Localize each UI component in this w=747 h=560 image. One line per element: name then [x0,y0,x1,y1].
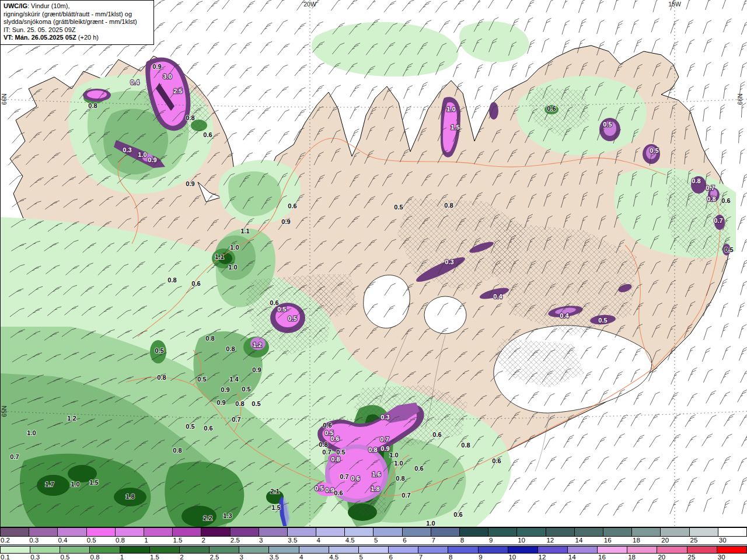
rain-scale-tick-label: 5 [358,554,362,560]
precip-value-label: 1.8 [125,493,134,500]
precip-value-label: 0.8 [157,374,166,381]
rain-scale-swatch [299,547,329,553]
precip-value-label: 0.5 [277,306,286,313]
precip-value-label: 0.6 [721,197,730,204]
rain-scale-swatch [329,547,359,553]
rain-scale-swatch [269,547,299,553]
precip-value-label: 0.8 [368,446,377,453]
forecast-map: 0.80.40.93.02.50.80.60.31.00.90.90.60.91… [0,0,747,527]
precip-value-label: 1.4 [229,376,239,383]
precip-value-label: 0.9 [152,63,161,70]
precip-value-label: 0.6 [203,131,212,138]
precip-value-label: 0.8 [167,276,176,284]
rain-scale-tick-label: 12 [538,554,546,560]
sleet-scale-swatch [403,528,431,536]
precip-value-label: 0.4 [560,312,569,319]
rain-scale-swatch [210,547,239,553]
precip-value-label: 0.6 [191,280,200,287]
graticule-label: 66N [1,93,8,104]
precip-value-label: 0.6 [492,457,501,464]
rain-scale-tick-label: 3.5 [269,554,279,560]
precip-value-label: 0.6 [323,422,331,429]
rain-scale-tick-label: 2.5 [209,554,219,560]
precip-value-label: 1.0 [228,264,237,271]
precip-value-label: 0.6 [414,465,423,472]
precip-value-label: 0.5 [336,449,345,456]
rain-scale-tick-label: 1.5 [149,554,159,560]
graticule-label: 15W [668,1,681,8]
sleet-scale-swatch [546,528,575,536]
precip-value-label: 0.8 [235,400,244,407]
sleet-scale-swatch [58,528,86,536]
precip-value-label: 0.8 [226,345,235,352]
precip-value-label: 0.8 [205,335,214,342]
precip-value-label: 0.8 [88,102,97,109]
rain-scale-swatch [657,547,687,553]
precip-value-label: 0.5 [186,423,194,430]
precip-value-label: 0.7 [340,473,348,480]
glacier-hofsjokull [424,296,466,334]
rain-scale-tick-label: 9 [478,554,482,560]
graticule-label: 65N [1,405,8,416]
sleet-scale-tick-label: 1 [144,537,148,544]
sleet-scale-tick-label: 14 [575,537,583,544]
sleet-scale-swatch [29,528,58,536]
title-box: UWC/IG: Vindur (10m), rigning/skúrir (gr… [0,0,154,45]
precip-value-label: 1.3 [223,512,232,519]
precip-value-label: 0.6 [204,425,212,432]
precip-value-label: 0.8 [186,114,194,121]
rain-scale-tick-label: 6 [389,554,393,560]
sleet-scale-tick-label: 0.2 [0,537,10,544]
precip-value-label: 0.5 [197,376,206,383]
sleet-scale-tick-label: 1.5 [172,537,182,544]
precip-value-label: 0.4 [493,293,502,300]
rain-scale-swatch [60,547,90,553]
rain-scale-swatch [538,547,568,553]
precip-value-label: 0.7 [10,453,19,460]
sleet-scale-swatch [632,528,661,536]
rain-scale-tick-label: 14 [568,554,576,560]
precip-value-label: 1.5 [451,124,459,131]
rain-scale-tick-label: 1 [120,554,124,560]
color-scales: 0.20.30.40.50.811.522.533.544.5567891012… [0,527,747,560]
rain-scale-swatch [627,547,657,553]
sleet-scale-swatch [661,528,689,536]
precip-value-label: 1.0 [426,520,435,527]
precip-value-label: 1.7 [45,481,54,488]
precip-value-label: 1.2 [67,415,76,422]
rain-scale-swatch [30,547,60,553]
precip-value-label: 0.7 [714,217,722,224]
precip-value-label: 0.5 [598,317,607,324]
precip-value-label: 0.8 [319,441,327,448]
sleet-scale-tick-label: 9 [488,537,493,544]
sleet-scale-tick-label: 4 [316,537,320,544]
precip-value-label: 0.8 [331,456,340,463]
sleet-scale-swatch [259,528,288,536]
precip-value-label: 0.5 [242,386,250,393]
precip-value-label: 1.0 [394,460,403,467]
precip-value-label: 0.3 [445,258,453,265]
precip-value-label: 0.3 [123,146,131,153]
sleet-scale-tick-label: 18 [632,537,640,544]
rain-scale-swatch [598,547,627,553]
rain-scale-swatch [120,547,150,553]
sleet-scale-tick-label: 5 [374,537,378,544]
precip-value-label: 0.9 [381,445,389,452]
sleet-scale-swatch [517,528,546,536]
precip-value-label: 0.7 [232,416,240,423]
sleet-scale-labels: 0.20.30.40.50.811.522.533.544.5567891012… [0,537,747,544]
rain-scale-tick-label: 20 [657,554,665,560]
rain-scale-swatch [508,547,538,553]
sleet-scale-swatch [316,528,345,536]
precip-value-label: 0.6 [334,489,343,496]
precip-value-label: 0.8 [444,202,453,209]
precip-value-label: 2.2 [203,514,212,522]
precip-value-label: 1.8 [371,485,379,492]
precip-value-label: 1.0 [446,106,455,113]
rain-scale-tick-label: 0.5 [60,554,69,560]
precip-value-label: 0.9 [148,156,156,163]
rain-scale-swatch [448,547,478,553]
precip-value-label: 1.5 [271,504,280,511]
sleet-scale-swatch [173,528,201,536]
precip-value-label: 0.6 [547,105,556,112]
